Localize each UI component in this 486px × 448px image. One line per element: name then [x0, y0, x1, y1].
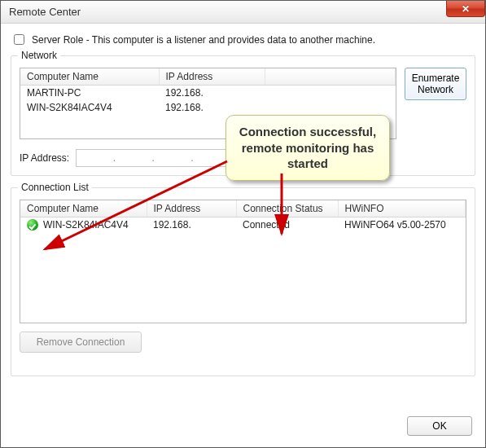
ip-address-input[interactable]: ...: [76, 149, 230, 167]
cell-ip: 192.168.: [147, 217, 236, 233]
cell-hwinfo: HWiNFO64 v5.00-2570: [338, 217, 466, 233]
cell-status: Connected: [236, 217, 338, 233]
close-button[interactable]: ✕: [446, 1, 485, 17]
dialog-content: Server Role - This computer is a listene…: [1, 24, 485, 396]
connection-list-legend: Connection List: [18, 182, 92, 193]
ok-label: OK: [432, 420, 446, 432]
connection-list-group: Connection List Computer Name IP Address…: [11, 187, 475, 376]
window-title: Remote Center: [9, 6, 81, 18]
cell-ip: 192.168.: [159, 100, 265, 115]
remove-connection-label: Remove Connection: [37, 336, 125, 348]
server-role-label: Server Role - This computer is a listene…: [32, 34, 375, 46]
ok-button[interactable]: OK: [407, 416, 472, 436]
col-spacer: [265, 68, 396, 86]
enumerate-network-button[interactable]: Enumerate Network: [405, 68, 466, 100]
col-ip-address[interactable]: IP Address: [147, 200, 236, 217]
table-row[interactable]: WIN-S2K84IAC4V4 192.168. Connected HWiNF…: [20, 217, 466, 233]
col-computer-name[interactable]: Computer Name: [20, 68, 159, 86]
server-role-row[interactable]: Server Role - This computer is a listene…: [11, 32, 475, 47]
status-ok-icon: [27, 219, 38, 231]
table-row[interactable]: MARTIN-PC 192.168.: [20, 86, 396, 101]
table-header-row: Computer Name IP Address Connection Stat…: [20, 200, 466, 217]
connection-list-table[interactable]: Computer Name IP Address Connection Stat…: [20, 200, 466, 323]
remove-connection-button[interactable]: Remove Connection: [20, 332, 142, 353]
col-connection-status[interactable]: Connection Status: [236, 200, 338, 217]
server-role-checkbox[interactable]: [14, 34, 24, 45]
ip-address-label: IP Address:: [20, 152, 69, 164]
annotation-callout: Connection successful, remote monitoring…: [225, 115, 390, 181]
network-legend: Network: [18, 50, 60, 61]
col-hwinfo[interactable]: HWiNFO: [338, 200, 466, 217]
table-row[interactable]: WIN-S2K84IAC4V4 192.168.: [20, 100, 396, 115]
cell-ip: 192.168.: [159, 86, 265, 101]
cell-name: MARTIN-PC: [20, 86, 159, 101]
close-icon: ✕: [462, 3, 470, 15]
col-ip-address[interactable]: IP Address: [159, 68, 265, 86]
annotation-text: Connection successful, remote monitoring…: [239, 125, 376, 170]
titlebar: Remote Center ✕: [1, 1, 485, 24]
table-header-row: Computer Name IP Address: [20, 68, 396, 86]
cell-name: WIN-S2K84IAC4V4: [43, 219, 129, 231]
cell-name: WIN-S2K84IAC4V4: [20, 100, 159, 115]
enumerate-network-label: Enumerate Network: [405, 72, 466, 96]
col-computer-name[interactable]: Computer Name: [20, 200, 147, 217]
